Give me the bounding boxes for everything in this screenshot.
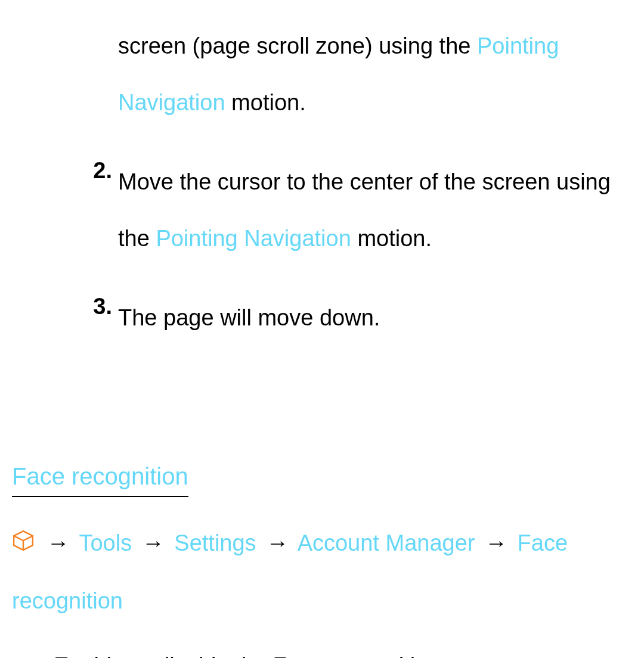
- document-content: screen (page scroll zone) using the Poin…: [0, 0, 644, 658]
- breadcrumb-arrow-icon: →: [485, 530, 507, 555]
- breadcrumb-arrow-icon: →: [266, 530, 289, 555]
- list-item-text: The page will move down.: [118, 290, 632, 346]
- breadcrumb-arrow-icon: →: [47, 530, 70, 555]
- list-item-text: Move the cursor to the center of the scr…: [118, 154, 632, 267]
- list-item: screen (page scroll zone) using the Poin…: [12, 18, 632, 131]
- text-fragment: motion.: [351, 226, 432, 251]
- section-description: Enable or disable the Face recognition: [12, 641, 632, 658]
- breadcrumb-tools[interactable]: Tools: [79, 530, 132, 555]
- list-item-text: screen (page scroll zone) using the Poin…: [118, 18, 632, 131]
- text-fragment: motion.: [225, 90, 306, 115]
- section-heading-wrapper: Face recognition: [12, 369, 632, 515]
- list-item: 3. The page will move down.: [12, 290, 632, 346]
- list-number: 2.: [12, 154, 118, 267]
- text-fragment: The page will move down.: [118, 305, 380, 330]
- breadcrumb-account-manager[interactable]: Account Manager: [298, 530, 475, 555]
- list-number-placeholder: [12, 18, 118, 131]
- list-item: 2. Move the cursor to the center of the …: [12, 154, 632, 267]
- text-fragment: screen (page scroll zone) using the: [118, 33, 477, 58]
- breadcrumb: → Tools → Settings → Account Manager → F…: [12, 515, 632, 629]
- pointing-navigation-link[interactable]: Pointing Navigation: [156, 226, 351, 251]
- breadcrumb-settings[interactable]: Settings: [174, 530, 256, 555]
- cube-icon[interactable]: [12, 516, 35, 573]
- section-title-face-recognition[interactable]: Face recognition: [12, 458, 188, 497]
- breadcrumb-arrow-icon: →: [142, 530, 165, 555]
- list-number: 3.: [12, 290, 118, 346]
